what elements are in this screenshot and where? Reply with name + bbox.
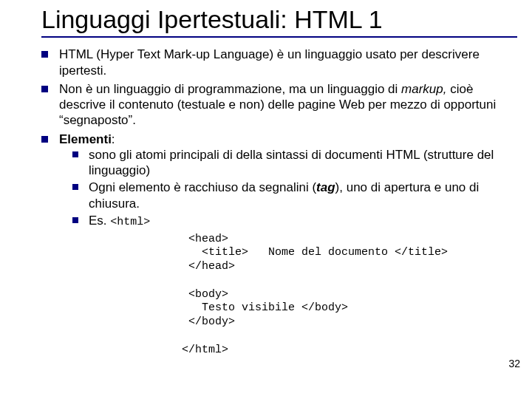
sub-bullet-list: sono gli atomi principali di della sinta… xyxy=(72,147,517,230)
bullet-item-1: HTML (Hyper Text Mark-up Language) è un … xyxy=(41,47,517,78)
bullet-item-3: Elementi: sono gli atomi principali di d… xyxy=(41,132,517,230)
sub-bullet-2: Ogni elemento è racchiuso da segnalini (… xyxy=(72,180,517,211)
tag-emphasis: tag xyxy=(316,180,335,194)
bullet-list: HTML (Hyper Text Mark-up Language) è un … xyxy=(41,47,517,229)
example-label: Es. xyxy=(89,214,110,228)
slide: Linguaggi Ipertestuali: HTML 1 HTML (Hyp… xyxy=(0,0,532,399)
page-number: 32 xyxy=(508,358,520,369)
elements-label: Elementi xyxy=(59,132,112,146)
slide-title: Linguaggi Ipertestuali: HTML 1 xyxy=(41,6,517,38)
sub-bullet-1: sono gli atomi principali di della sinta… xyxy=(72,147,517,179)
bullet-text-pre: Non è un linguaggio di programmazione, m… xyxy=(59,82,401,96)
bullet-text: HTML (Hyper Text Mark-up Language) è un … xyxy=(59,47,480,77)
example-code-inline: <html> xyxy=(110,216,150,228)
sub-bullet-3: Es. <html> xyxy=(72,213,517,230)
elements-colon: : xyxy=(112,132,115,146)
markup-emphasis: markup, xyxy=(401,82,446,96)
bullet-item-2: Non è un linguaggio di programmazione, m… xyxy=(41,81,517,129)
code-block: <head> <title> Nome del documento </titl… xyxy=(182,233,517,358)
sub-bullet-text: sono gli atomi principali di della sinta… xyxy=(89,148,494,177)
sub-bullet-text-pre: Ogni elemento è racchiuso da segnalini ( xyxy=(89,180,316,194)
